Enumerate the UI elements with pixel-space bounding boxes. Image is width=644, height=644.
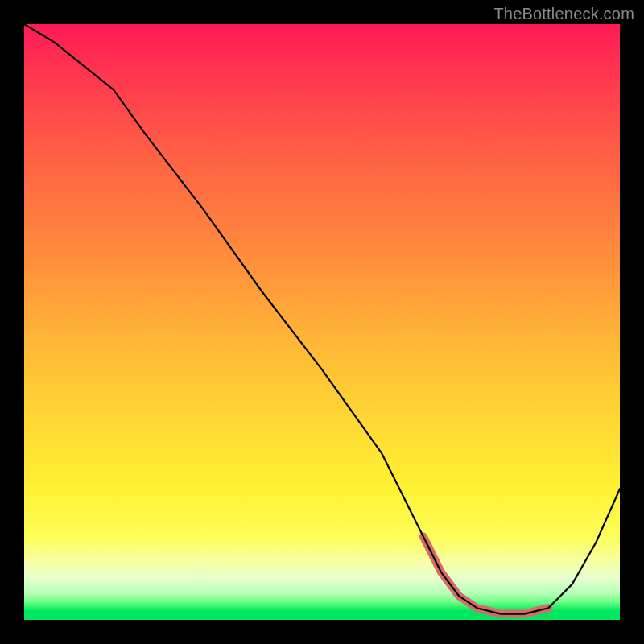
optimal-range-marker	[423, 536, 548, 613]
plot-area	[24, 24, 620, 620]
chart-stage: TheBottleneck.com	[0, 0, 644, 644]
bottleneck-curve	[24, 24, 620, 614]
watermark-text: TheBottleneck.com	[493, 5, 634, 23]
chart-svg	[24, 24, 620, 620]
